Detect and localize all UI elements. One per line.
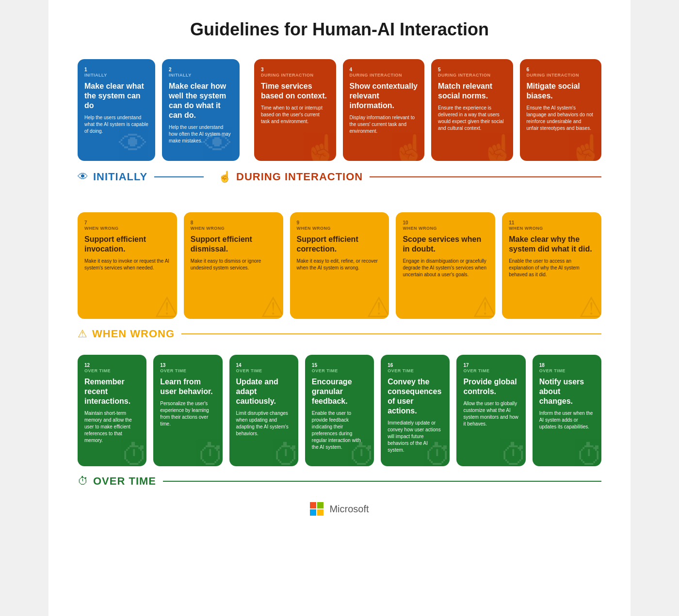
card-1-title: Make clear what the system can do	[84, 81, 148, 111]
card-11-watermark: ⚠	[579, 291, 601, 319]
card-8-desc: Make it easy to dismiss or ignore undesi…	[191, 258, 276, 271]
card-10-desc: Engage in disambiguation or gracefully d…	[403, 258, 488, 278]
when-wrong-label: WHEN WRONG	[92, 328, 175, 340]
during-line	[370, 176, 601, 177]
logo-green	[317, 502, 323, 508]
card-18-title: Notify users about changes.	[539, 377, 595, 406]
card-14-title: Update and adapt cautiously.	[236, 377, 291, 406]
card-4-category: DURING INTERACTION	[350, 73, 418, 78]
card-16-title: Convey the consequences of user actions.	[388, 377, 443, 416]
card-18-watermark: ⏱	[576, 439, 601, 466]
card-9[interactable]: 9 WHEN WRONG Support efficient correctio…	[290, 212, 389, 319]
card-11-category: WHEN WRONG	[509, 226, 595, 231]
card-14[interactable]: 14 OVER TIME Update and adapt cautiously…	[229, 355, 298, 466]
card-15-title: Encourage granular feedback.	[312, 377, 367, 406]
initially-line	[154, 176, 204, 177]
card-1-category: INITIALLY	[84, 73, 148, 78]
card-4-desc: Display information relevant to the user…	[350, 114, 418, 135]
card-9-watermark: ⚠	[366, 291, 389, 319]
card-9-desc: Make it easy to edit, refine, or recover…	[297, 258, 383, 271]
microsoft-logo	[310, 502, 323, 516]
card-2[interactable]: 2 INITIALLY Make clear how well the syst…	[162, 59, 240, 161]
card-15-watermark: ⏱	[348, 439, 374, 466]
card-9-title: Support efficient correction.	[297, 235, 383, 254]
card-1-number: 1	[84, 67, 148, 72]
card-5-category: DURING INTERACTION	[438, 73, 506, 78]
initially-label-row: 👁 INITIALLY	[78, 171, 204, 183]
card-18-number: 18	[539, 363, 595, 368]
when-wrong-cards-row: 7 WHEN WRONG Support efficient invocatio…	[78, 212, 601, 319]
card-17[interactable]: 17 OVER TIME Provide global controls. Al…	[456, 355, 525, 466]
card-9-category: WHEN WRONG	[297, 226, 383, 231]
card-7-title: Support efficient invocation.	[84, 235, 170, 254]
eye-icon: 👁	[78, 171, 88, 183]
card-17-desc: Allow the user to globally customize wha…	[463, 400, 518, 427]
card-3-title: Time services based on context.	[261, 81, 329, 101]
when-wrong-label-row: ⚠ WHEN WRONG	[78, 328, 601, 340]
page-wrapper: Guidelines for Human-AI Interaction 1 IN…	[48, 0, 630, 616]
over-time-cards-row: 12 OVER TIME Remember recent interaction…	[78, 355, 601, 466]
card-14-watermark: ⏱	[273, 439, 298, 466]
card-4-number: 4	[350, 67, 418, 72]
card-6-desc: Ensure the AI system's language and beha…	[527, 105, 595, 132]
card-11[interactable]: 11 WHEN WRONG Make clear why the system …	[502, 212, 601, 319]
card-13-category: OVER TIME	[160, 368, 215, 373]
card-17-number: 17	[463, 363, 518, 368]
card-13-number: 13	[160, 363, 215, 368]
card-7-desc: Make it easy to invoke or request the AI…	[84, 258, 170, 271]
card-13[interactable]: 13 OVER TIME Learn from user behavior. P…	[153, 355, 222, 466]
card-7-category: WHEN WRONG	[84, 226, 170, 231]
card-15[interactable]: 15 OVER TIME Encourage granular feedback…	[305, 355, 374, 466]
card-3-desc: Time when to act or interrupt based on t…	[261, 105, 329, 125]
card-3-category: DURING INTERACTION	[261, 73, 329, 78]
card-7[interactable]: 7 WHEN WRONG Support efficient invocatio…	[78, 212, 177, 319]
logo-yellow	[317, 509, 323, 516]
card-8-category: WHEN WRONG	[191, 226, 276, 231]
over-time-section: 12 OVER TIME Remember recent interaction…	[78, 355, 601, 488]
card-15-number: 15	[312, 363, 367, 368]
card-5-desc: Ensure the experience is delivered in a …	[438, 105, 506, 132]
card-12[interactable]: 12 OVER TIME Remember recent interaction…	[78, 355, 146, 466]
card-18-category: OVER TIME	[539, 368, 595, 373]
over-time-label: OVER TIME	[93, 475, 156, 488]
card-14-number: 14	[236, 363, 291, 368]
card-1[interactable]: 1 INITIALLY Make clear what the system c…	[78, 59, 155, 161]
card-1-watermark: 👁	[119, 127, 155, 161]
card-17-title: Provide global controls.	[463, 377, 518, 396]
card-12-watermark: ⏱	[121, 439, 146, 466]
card-12-number: 12	[84, 363, 140, 368]
card-2-watermark: 👁	[203, 127, 240, 161]
card-7-number: 7	[84, 220, 170, 225]
card-2-category: INITIALLY	[169, 73, 233, 78]
card-3[interactable]: 3 DURING INTERACTION Time services based…	[254, 59, 336, 161]
card-10-watermark: ⚠	[472, 291, 495, 319]
top-labels-row: 👁 INITIALLY ☝ DURING INTERACTION	[78, 171, 601, 198]
card-16-number: 16	[388, 363, 443, 368]
over-time-line	[163, 481, 601, 482]
card-5[interactable]: 5 DURING INTERACTION Match relevant soci…	[431, 59, 513, 161]
top-section: 1 INITIALLY Make clear what the system c…	[78, 59, 601, 161]
card-7-watermark: ⚠	[154, 291, 177, 319]
when-wrong-line	[181, 333, 601, 334]
card-16-category: OVER TIME	[388, 368, 443, 373]
during-label-block: ☝ DURING INTERACTION	[218, 171, 601, 198]
card-4[interactable]: 4 DURING INTERACTION Show contextually r…	[343, 59, 425, 161]
card-18[interactable]: 18 OVER TIME Notify users about changes.…	[533, 355, 601, 466]
page-title: Guidelines for Human-AI Interaction	[78, 19, 601, 40]
card-13-watermark: ⏱	[197, 439, 223, 466]
card-10[interactable]: 10 WHEN WRONG Scope services when in dou…	[396, 212, 495, 319]
card-6-watermark: ☝	[569, 133, 601, 161]
card-3-number: 3	[261, 67, 329, 72]
brand-name: Microsoft	[329, 504, 369, 515]
card-8[interactable]: 8 WHEN WRONG Support efficient dismissal…	[184, 212, 283, 319]
card-13-title: Learn from user behavior.	[160, 377, 215, 396]
warning-icon: ⚠	[78, 328, 87, 340]
card-8-title: Support efficient dismissal.	[191, 235, 276, 254]
card-14-desc: Limit disruptive changes when updating a…	[236, 410, 291, 437]
during-label-row: ☝ DURING INTERACTION	[218, 171, 601, 183]
card-12-category: OVER TIME	[84, 368, 140, 373]
card-10-title: Scope services when in doubt.	[403, 235, 488, 254]
card-16[interactable]: 16 OVER TIME Convey the consequences of …	[381, 355, 450, 466]
initially-label: INITIALLY	[93, 171, 147, 183]
card-6[interactable]: 6 DURING INTERACTION Mitigate social bia…	[520, 59, 602, 161]
